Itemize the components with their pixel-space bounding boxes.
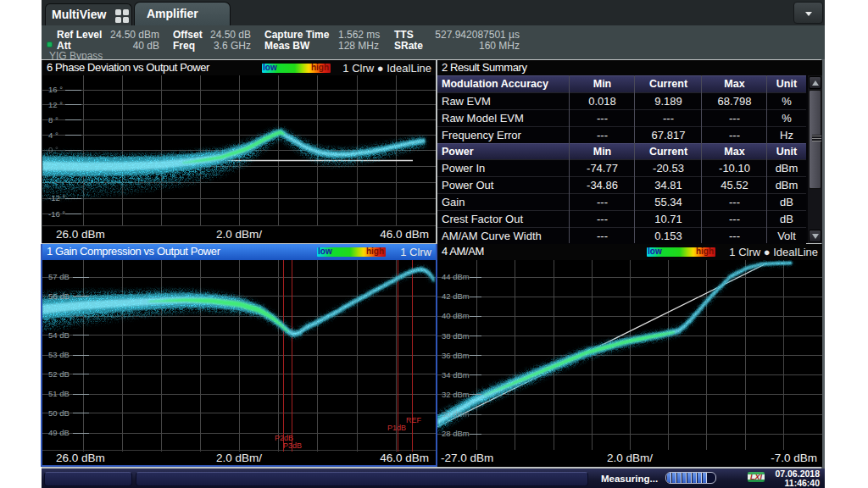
- svg-text:56 dB: 56 dB: [48, 291, 70, 301]
- svg-text:51 dB: 51 dB: [48, 389, 70, 398]
- svg-text:16 °: 16 °: [48, 85, 63, 94]
- svg-text:38 dBm: 38 dBm: [442, 331, 470, 341]
- svg-text:44 dBm: 44 dBm: [442, 272, 470, 281]
- svg-text:50 dB: 50 dB: [48, 408, 70, 418]
- svg-text:-12 °: -12 °: [48, 193, 65, 202]
- svg-text:32 dBm: 32 dBm: [442, 390, 470, 399]
- svg-text:-16 °: -16 °: [48, 209, 65, 219]
- svg-text:28 dBm: 28 dBm: [442, 429, 470, 438]
- svg-text:42 dBm: 42 dBm: [442, 291, 470, 301]
- svg-text:12 °: 12 °: [48, 100, 63, 109]
- svg-text:54 dB: 54 dB: [48, 330, 70, 340]
- svg-text:40 dBm: 40 dBm: [442, 311, 470, 320]
- svg-text:49 dB: 49 dB: [48, 428, 70, 437]
- svg-text:53 dB: 53 dB: [48, 350, 70, 359]
- svg-text:34 dBm: 34 dBm: [442, 370, 470, 380]
- svg-text:57 dB: 57 dB: [48, 272, 70, 281]
- svg-text:0 °: 0 °: [48, 145, 58, 154]
- svg-text:P1dB: P1dB: [387, 424, 406, 432]
- svg-text:52 dB: 52 dB: [48, 369, 70, 379]
- svg-text:P3dB: P3dB: [283, 441, 302, 450]
- svg-text:4 °: 4 °: [48, 130, 58, 140]
- svg-text:REF: REF: [406, 416, 422, 424]
- svg-text:8 °: 8 °: [48, 115, 58, 125]
- svg-text:36 dBm: 36 dBm: [442, 351, 470, 360]
- svg-text:30 dBm: 30 dBm: [442, 409, 470, 419]
